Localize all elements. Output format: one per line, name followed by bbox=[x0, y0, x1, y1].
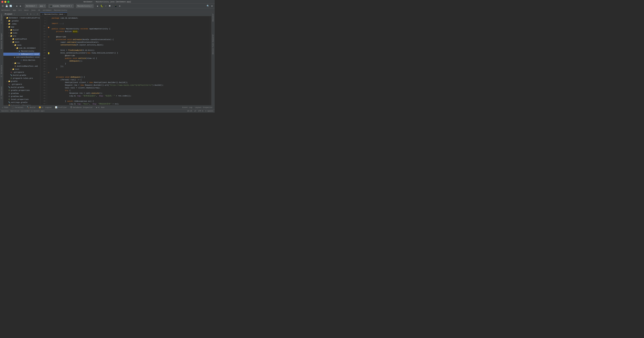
build-icon: 🔨 bbox=[27, 106, 29, 108]
gradle-icon: 🔧 bbox=[10, 74, 12, 76]
logcat-button[interactable]: 🐱 6: Logcat bbox=[38, 106, 52, 109]
tree-item-androidtest[interactable]: ▸ 📁 androidTest bbox=[3, 38, 40, 40]
app-dropdown[interactable]: app ▾ bbox=[38, 4, 46, 8]
terminal-button[interactable]: ⬛ Terminal bbox=[11, 106, 24, 109]
run-button[interactable]: ▶ 4: Run bbox=[96, 106, 105, 109]
tree-label: main bbox=[15, 41, 19, 43]
breadcrumb-app[interactable]: app bbox=[12, 9, 16, 11]
tree-item-res[interactable]: ▸ 📁 res bbox=[3, 62, 40, 65]
minimize-button[interactable] bbox=[4, 1, 6, 3]
tree-item-src[interactable]: ▾ 📁 src bbox=[3, 34, 40, 38]
breadcrumb-nb[interactable]: nb bbox=[38, 9, 40, 11]
gutter-marker-36[interactable] bbox=[48, 72, 49, 73]
tree-item-dorequest[interactable]: ◈ doRequest():void bbox=[3, 53, 40, 56]
project-dropdown[interactable]: NetDemo4 ▾ bbox=[25, 4, 38, 8]
profile-button[interactable]: ⚡ bbox=[104, 4, 108, 8]
search-button[interactable]: 🔍 bbox=[206, 4, 210, 8]
structure-label[interactable]: 2: Structure bbox=[0, 64, 3, 78]
stop-button[interactable]: ⏹ bbox=[108, 4, 112, 8]
debug-button[interactable]: 🐛 bbox=[100, 4, 104, 8]
tree-item-gitignore-root[interactable]: ▸ ◎ .gitignore bbox=[3, 83, 40, 86]
tree-item-idea[interactable]: ▸ 📁 .idea bbox=[3, 22, 40, 26]
breadcrumb-mainactivity[interactable]: MainActivity bbox=[54, 9, 67, 11]
activity-dropdown[interactable]: MainActivity ▾ bbox=[76, 4, 94, 8]
resource-manager-label[interactable]: Resource Manager bbox=[0, 32, 3, 50]
breadcrumb-netdemo4[interactable]: NetDemo4 bbox=[1, 9, 10, 11]
tree-item-libs[interactable]: ▸ 📁 libs bbox=[3, 32, 40, 34]
maximize-button[interactable] bbox=[8, 1, 10, 3]
breadcrumb-netdemo4-pkg[interactable]: netdemo4 bbox=[42, 9, 52, 11]
profiler-button[interactable]: 📊 Profiler bbox=[54, 106, 68, 109]
event-log-button[interactable]: Event Log bbox=[182, 106, 193, 109]
tree-item-androidmanifest[interactable]: ▸ 🗋 AndroidManifest.xml bbox=[3, 65, 40, 68]
breadcrumb-main[interactable]: main bbox=[24, 9, 28, 11]
forward-button[interactable]: ▶ bbox=[19, 4, 22, 8]
device-file-label[interactable]: Device File Explorer bbox=[212, 33, 214, 56]
git-icon: ◎ bbox=[10, 71, 12, 74]
tree-item-app[interactable]: ▾ 📁 app bbox=[3, 26, 40, 28]
tree-item-com-nb[interactable]: ▾ 📁 com.nb.netdemo4 bbox=[3, 46, 40, 50]
menu-button[interactable]: ☰ bbox=[1, 4, 4, 8]
code-line-39: OkHttpClient client = new OkHttpClient.B… bbox=[52, 81, 209, 84]
terminal-icon: ⬛ bbox=[12, 106, 14, 108]
editor-tabs: J MainActivity.java ✕ bbox=[40, 12, 211, 16]
avd-button[interactable]: 📱 bbox=[114, 4, 118, 8]
gutter-marker-21[interactable] bbox=[48, 36, 49, 38]
tab-close-button[interactable]: ✕ bbox=[64, 13, 65, 15]
tree-item-btn1[interactable]: □ btn1:Button bbox=[3, 59, 40, 62]
tree-item-build-gradle-app[interactable]: ▸ 🔧 build.gradle bbox=[3, 74, 40, 77]
tree-item-oncreate[interactable]: ◈ onCreate(Bundle):void bbox=[3, 56, 40, 59]
project-panel-label[interactable]: 1: Project bbox=[0, 12, 3, 25]
folder-icon: 📁 bbox=[8, 23, 10, 25]
tree-item-build[interactable]: ▸ 📁 build bbox=[3, 28, 40, 32]
build-button[interactable]: 🔨 Build bbox=[26, 106, 36, 109]
bulb-icon[interactable]: 💡 bbox=[48, 52, 50, 55]
breadcrumb-src[interactable]: src bbox=[18, 9, 22, 11]
line-num-17: 17 bbox=[40, 28, 47, 30]
close-button[interactable] bbox=[1, 1, 3, 3]
tree-item-mainactivity[interactable]: ▾ ◉ MainActivity bbox=[3, 50, 40, 53]
code-editor[interactable]: package com.nb.netdemo4; import ...; pub… bbox=[50, 16, 210, 105]
code-line-21: protected void onCreate(Bundle savedInst… bbox=[52, 38, 209, 41]
sdk-button[interactable]: ⚙ bbox=[118, 4, 122, 8]
tree-item-gradle[interactable]: ▸ 📁 .gradle bbox=[3, 20, 40, 22]
back-button[interactable]: ◀ bbox=[15, 4, 18, 8]
tab-mainactivity[interactable]: J MainActivity.java ✕ bbox=[40, 12, 67, 16]
tree-item-main[interactable]: ▾ 📁 main bbox=[3, 40, 40, 44]
panel-close-icon[interactable]: ✕ bbox=[36, 13, 39, 16]
tree-item-build-gradle-root[interactable]: ▸ 🔧 build.gradle bbox=[3, 86, 40, 89]
project-label: NetDemo4 bbox=[26, 5, 35, 7]
todo-button[interactable]: ☑ TODO bbox=[1, 106, 9, 109]
device-dropdown[interactable]: 📱 Xiaomi M2007J17C ▾ bbox=[48, 4, 74, 8]
breakpoint-17[interactable] bbox=[48, 27, 49, 28]
emulator-label[interactable]: Emulator bbox=[212, 12, 214, 23]
tree-item-settings-gradle[interactable]: ▸ 🔧 settings.gradle bbox=[3, 101, 40, 104]
panel-collapse-icon[interactable]: — bbox=[33, 13, 36, 16]
tree-item-local-properties[interactable]: ▸ 🗋 local.properties bbox=[3, 98, 40, 101]
save-button[interactable]: 💾 bbox=[5, 4, 8, 8]
settings-button[interactable]: ⚙ bbox=[210, 4, 214, 8]
tree-item-gradlew[interactable]: ▸ 🗋 gradlew bbox=[3, 92, 40, 95]
tree-item-gitignore-app[interactable]: ▸ ◎ .gitignore bbox=[3, 71, 40, 74]
breadcrumb-java[interactable]: java bbox=[31, 9, 36, 11]
line-num-25: 25 bbox=[40, 49, 47, 52]
tree-item-external-libs[interactable]: ▸ 📁 External Libraries bbox=[3, 104, 40, 105]
tree-root[interactable]: ▾ 📁 NetDemo4 ~/AndroidStudioProjects/Net… bbox=[3, 16, 40, 20]
panel-sort-icon[interactable]: ⇅ bbox=[29, 13, 32, 16]
tree-item-test[interactable]: ▸ 📁 test bbox=[3, 68, 40, 71]
tree-item-gradle-root[interactable]: ▸ 📁 gradle bbox=[3, 80, 40, 83]
sync-button[interactable]: 🔄 bbox=[9, 4, 12, 8]
tree-item-gradle-properties[interactable]: ▸ 🗋 gradle.properties bbox=[3, 89, 40, 92]
db-inspector-button[interactable]: 🗄 Database Inspector bbox=[70, 106, 94, 109]
layout-inspector-button[interactable]: Layout Inspector bbox=[194, 106, 213, 109]
project-dropdown-arrow[interactable]: ▾ bbox=[14, 13, 15, 15]
tree-item-proguard[interactable]: ▸ 🗋 proguard-rules.pro bbox=[3, 77, 40, 80]
tree-item-gradlew-bat[interactable]: ▸ 🗋 gradlew.bat bbox=[3, 95, 40, 98]
db-icon: 🗄 bbox=[70, 106, 72, 108]
favorites-label[interactable]: 2: Favorites bbox=[0, 85, 3, 100]
panel-settings-icon[interactable]: ⚙ bbox=[26, 13, 29, 16]
tree-label: .idea bbox=[11, 23, 16, 25]
tree-item-java[interactable]: ▾ 📁 java bbox=[3, 44, 40, 46]
build-run-button[interactable]: ▶ bbox=[96, 4, 100, 8]
right-gutter bbox=[210, 16, 211, 105]
